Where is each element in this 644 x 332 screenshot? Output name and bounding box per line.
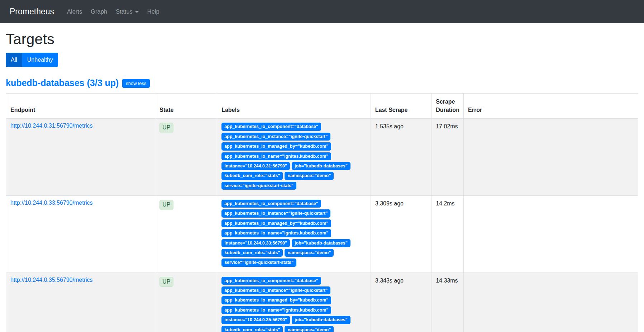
- label-badge: job="kubedb-databases": [292, 239, 350, 247]
- nav-item-status-label: Status: [116, 8, 133, 15]
- chevron-down-icon: [135, 11, 139, 13]
- nav-item-help[interactable]: Help: [143, 5, 164, 18]
- label-badge: job="kubedb-databases": [292, 316, 350, 324]
- state-badge: UP: [159, 277, 173, 287]
- targets-table: Endpoint State Labels Last Scrape Scrape…: [6, 93, 638, 332]
- page-title: Targets: [6, 31, 638, 48]
- header-state: State: [155, 94, 217, 119]
- endpoint-link[interactable]: http://10.244.0.35:56790/metrics: [10, 277, 92, 283]
- last-scrape-value: 1.535s ago: [371, 118, 431, 195]
- header-endpoint: Endpoint: [6, 94, 155, 119]
- label-badge: job="kubedb-databases": [292, 162, 350, 170]
- scrape-duration-value: 14.2ms: [431, 196, 464, 273]
- target-row: http://10.244.0.33:56790/metricsUPapp_ku…: [6, 196, 638, 273]
- label-badge: namespace="demo": [285, 172, 334, 180]
- nav-item-status[interactable]: Status: [111, 5, 143, 18]
- header-last-scrape: Last Scrape: [371, 94, 431, 119]
- header-scrape-duration: Scrape Duration: [431, 94, 464, 119]
- last-scrape-value: 3.309s ago: [371, 196, 431, 273]
- label-badge: kubedb_com_role="stats": [221, 172, 283, 180]
- state-badge: UP: [159, 200, 173, 210]
- main-content: Targets All Unhealthy kubedb-databases (…: [0, 31, 644, 332]
- label-badge: instance="10.244.0.35:56790": [221, 316, 290, 324]
- show-less-button[interactable]: show less: [122, 79, 150, 88]
- header-labels: Labels: [217, 94, 371, 119]
- label-badge: app_kubernetes_io_name="ignites.kubedb.c…: [221, 306, 331, 314]
- label-badge: app_kubernetes_io_component="database": [221, 200, 321, 208]
- label-badge: service="ignite-quickstart-stats": [221, 182, 296, 190]
- error-value: [464, 196, 638, 273]
- error-value: [464, 118, 638, 195]
- label-badge: kubedb_com_role="stats": [221, 249, 283, 257]
- filter-all-button[interactable]: All: [6, 53, 22, 67]
- navbar-menu: Alerts Graph Status Help: [63, 5, 164, 18]
- labels-list: app_kubernetes_io_component="database"ap…: [221, 277, 366, 332]
- label-badge: app_kubernetes_io_instance="ignite-quick…: [221, 209, 330, 217]
- label-badge: app_kubernetes_io_component="database": [221, 277, 321, 285]
- label-badge: instance="10.244.0.33:56790": [221, 239, 290, 247]
- endpoint-link[interactable]: http://10.244.0.31:56790/metrics: [10, 123, 92, 129]
- nav-item-graph[interactable]: Graph: [86, 5, 111, 18]
- label-badge: app_kubernetes_io_instance="ignite-quick…: [221, 133, 330, 141]
- target-filter-group: All Unhealthy: [6, 53, 58, 67]
- label-badge: namespace="demo": [285, 249, 334, 257]
- target-row: http://10.244.0.35:56790/metricsUPapp_ku…: [6, 272, 638, 332]
- filter-unhealthy-button[interactable]: Unhealthy: [22, 53, 58, 67]
- state-badge: UP: [159, 123, 173, 133]
- brand-link[interactable]: Prometheus: [10, 7, 54, 16]
- label-badge: app_kubernetes_io_name="ignites.kubedb.c…: [221, 229, 331, 237]
- targets-table-body: http://10.244.0.31:56790/metricsUPapp_ku…: [6, 118, 638, 332]
- label-badge: app_kubernetes_io_name="ignites.kubedb.c…: [221, 152, 331, 160]
- labels-list: app_kubernetes_io_component="database"ap…: [221, 123, 366, 191]
- target-row: http://10.244.0.31:56790/metricsUPapp_ku…: [6, 118, 638, 195]
- label-badge: app_kubernetes_io_managed_by="kubedb.com…: [221, 219, 331, 227]
- scrape-duration-value: 17.02ms: [431, 118, 464, 195]
- label-badge: app_kubernetes_io_managed_by="kubedb.com…: [221, 296, 331, 304]
- scrape-duration-value: 14.33ms: [431, 272, 464, 332]
- endpoint-link[interactable]: http://10.244.0.33:56790/metrics: [10, 200, 92, 206]
- label-badge: namespace="demo": [285, 326, 334, 332]
- job-group-title: kubedb-databases (3/3 up): [6, 78, 119, 88]
- label-badge: app_kubernetes_io_component="database": [221, 123, 321, 131]
- label-badge: instance="10.244.0.31:56790": [221, 162, 290, 170]
- job-group-header: kubedb-databases (3/3 up) show less: [6, 78, 638, 88]
- label-badge: service="ignite-quickstart-stats": [221, 259, 296, 266]
- label-badge: app_kubernetes_io_managed_by="kubedb.com…: [221, 142, 331, 150]
- labels-list: app_kubernetes_io_component="database"ap…: [221, 200, 366, 269]
- error-value: [464, 272, 638, 332]
- label-badge: app_kubernetes_io_instance="ignite-quick…: [221, 286, 330, 294]
- label-badge: kubedb_com_role="stats": [221, 326, 283, 332]
- targets-table-head: Endpoint State Labels Last Scrape Scrape…: [6, 94, 638, 119]
- nav-item-alerts[interactable]: Alerts: [63, 5, 86, 18]
- header-error: Error: [464, 94, 638, 119]
- navbar: Prometheus Alerts Graph Status Help: [0, 0, 644, 23]
- last-scrape-value: 3.343s ago: [371, 272, 431, 332]
